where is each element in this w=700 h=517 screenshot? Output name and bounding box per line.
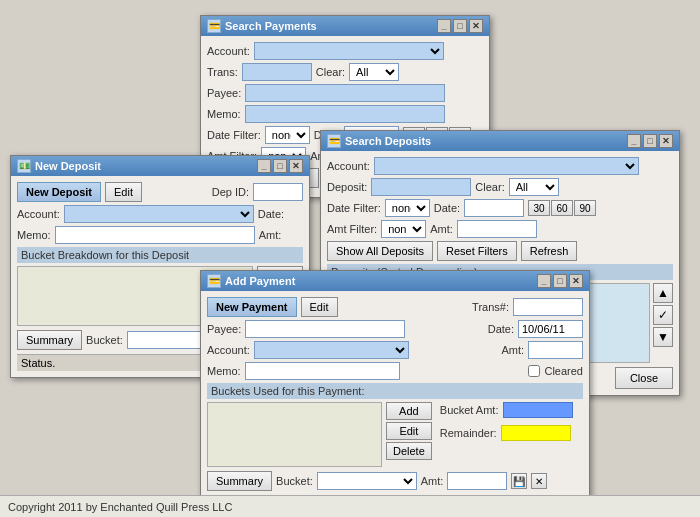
window-icon: 💳 bbox=[327, 134, 341, 148]
edit-button[interactable]: Edit bbox=[386, 422, 432, 440]
scroll-up-icon[interactable]: ▲ bbox=[653, 283, 673, 303]
show-all-deposits-button[interactable]: Show All Deposits bbox=[327, 241, 433, 261]
date-label: Date: bbox=[434, 202, 460, 214]
memo-row: Memo: bbox=[207, 105, 483, 123]
minimize-button[interactable]: _ bbox=[627, 134, 641, 148]
account-select[interactable] bbox=[374, 157, 639, 175]
maximize-button[interactable]: □ bbox=[453, 19, 467, 33]
clear-select[interactable]: All bbox=[349, 63, 399, 81]
new-payment-tab[interactable]: New Payment bbox=[207, 297, 297, 317]
trans-input[interactable] bbox=[513, 298, 583, 316]
add-button[interactable]: Add bbox=[386, 402, 432, 420]
titlebar-buttons[interactable]: _ □ ✕ bbox=[537, 274, 583, 288]
deposit-row: Deposit: Clear: All bbox=[327, 178, 673, 196]
window-icon: 💳 bbox=[207, 274, 221, 288]
amt-label: Amt: bbox=[501, 344, 524, 356]
titlebar-buttons[interactable]: _ □ ✕ bbox=[257, 159, 303, 173]
deposit-input[interactable] bbox=[371, 178, 471, 196]
amt-filter-label: Amt Filter: bbox=[327, 223, 377, 235]
date-input[interactable] bbox=[518, 320, 583, 338]
titlebar-buttons[interactable]: _ □ ✕ bbox=[437, 19, 483, 33]
edit-tab[interactable]: Edit bbox=[301, 297, 338, 317]
close-button[interactable]: ✕ bbox=[659, 134, 673, 148]
payee-date-row: Payee: Date: bbox=[207, 320, 583, 338]
account-label: Account: bbox=[207, 45, 250, 57]
bucket-label: Bucket: bbox=[276, 475, 313, 487]
amt-filter-select[interactable]: none bbox=[381, 220, 426, 238]
memo-input[interactable] bbox=[55, 226, 255, 244]
close-button[interactable]: ✕ bbox=[289, 159, 303, 173]
filter-30-button[interactable]: 30 bbox=[528, 200, 550, 216]
amt-label: Amt: bbox=[259, 229, 282, 241]
check-icon[interactable]: ✓ bbox=[653, 305, 673, 325]
dep-id-label: Dep ID: bbox=[212, 186, 249, 198]
payee-input[interactable] bbox=[245, 84, 445, 102]
account-label: Account: bbox=[327, 160, 370, 172]
close-button[interactable]: ✕ bbox=[569, 274, 583, 288]
close-button[interactable]: Close bbox=[615, 367, 673, 389]
date-label: Date: bbox=[488, 323, 514, 335]
account-amt-row: Account: Amt: bbox=[207, 341, 583, 359]
trans-input[interactable] bbox=[242, 63, 312, 81]
cleared-checkbox[interactable] bbox=[528, 365, 540, 377]
date-label: Date: bbox=[258, 208, 284, 220]
dep-id-input[interactable] bbox=[253, 183, 303, 201]
amt-filter-row: Amt Filter: none Amt: bbox=[327, 220, 673, 238]
reset-filters-button[interactable]: Reset Filters bbox=[437, 241, 517, 261]
bucket-list[interactable] bbox=[207, 402, 382, 467]
account-select[interactable] bbox=[254, 42, 444, 60]
window-icon: 💵 bbox=[17, 159, 31, 173]
summary-button[interactable]: Summary bbox=[17, 330, 82, 350]
trans-row: Trans: Clear: All bbox=[207, 63, 483, 81]
maximize-button[interactable]: □ bbox=[273, 159, 287, 173]
scroll-down-icon[interactable]: ▼ bbox=[653, 327, 673, 347]
memo-input[interactable] bbox=[245, 362, 400, 380]
edit-tab[interactable]: Edit bbox=[105, 182, 142, 202]
window-icon: 💳 bbox=[207, 19, 221, 33]
bucket-amt-label: Bucket Amt: bbox=[440, 404, 499, 416]
add-input-row: Summary Bucket: Amt: 💾 ✕ bbox=[207, 471, 583, 491]
minimize-button[interactable]: _ bbox=[537, 274, 551, 288]
refresh-button[interactable]: Refresh bbox=[521, 241, 578, 261]
payee-label: Payee: bbox=[207, 323, 241, 335]
close-button[interactable]: ✕ bbox=[469, 19, 483, 33]
payee-input[interactable] bbox=[245, 320, 405, 338]
memo-label: Memo: bbox=[207, 365, 241, 377]
cleared-label: Cleared bbox=[544, 365, 583, 377]
amt-input[interactable] bbox=[457, 220, 537, 238]
remainder-display bbox=[501, 425, 571, 441]
clear-select[interactable]: All bbox=[509, 178, 559, 196]
titlebar-buttons[interactable]: _ □ ✕ bbox=[627, 134, 673, 148]
window-title: Add Payment bbox=[225, 275, 295, 287]
maximize-button[interactable]: □ bbox=[643, 134, 657, 148]
side-buttons: ▲ ✓ ▼ bbox=[653, 283, 673, 363]
maximize-button[interactable]: □ bbox=[553, 274, 567, 288]
account-select[interactable] bbox=[64, 205, 254, 223]
date-input[interactable] bbox=[464, 199, 524, 217]
account-select[interactable] bbox=[254, 341, 409, 359]
amt2-input[interactable] bbox=[447, 472, 507, 490]
filter-60-button[interactable]: 60 bbox=[551, 200, 573, 216]
cancel-small-icon[interactable]: ✕ bbox=[531, 473, 547, 489]
date-filter-select[interactable]: none bbox=[385, 199, 430, 217]
window-title: New Deposit bbox=[35, 160, 101, 172]
save-small-icon[interactable]: 💾 bbox=[511, 473, 527, 489]
summary-button[interactable]: Summary bbox=[207, 471, 272, 491]
add-payment-body: New Payment Edit Trans#: Payee: Date: Ac… bbox=[201, 291, 589, 517]
date-filter-label: Date Filter: bbox=[327, 202, 381, 214]
memo-input[interactable] bbox=[245, 105, 445, 123]
amt-input[interactable] bbox=[528, 341, 583, 359]
copyright-text: Copyright 2011 by Enchanted Quill Press … bbox=[8, 501, 232, 513]
filter-90-button[interactable]: 90 bbox=[574, 200, 596, 216]
new-deposit-tab[interactable]: New Deposit bbox=[17, 182, 101, 202]
minimize-button[interactable]: _ bbox=[257, 159, 271, 173]
account-label: Account: bbox=[17, 208, 60, 220]
delete-button[interactable]: Delete bbox=[386, 442, 432, 460]
status-text: Status. bbox=[21, 357, 55, 369]
minimize-button[interactable]: _ bbox=[437, 19, 451, 33]
account-row: Account: bbox=[207, 42, 483, 60]
date-filter-select[interactable]: none bbox=[265, 126, 310, 144]
bucket-amt-display bbox=[503, 402, 573, 418]
bucket-select[interactable] bbox=[317, 472, 417, 490]
bucket-input[interactable] bbox=[127, 331, 207, 349]
